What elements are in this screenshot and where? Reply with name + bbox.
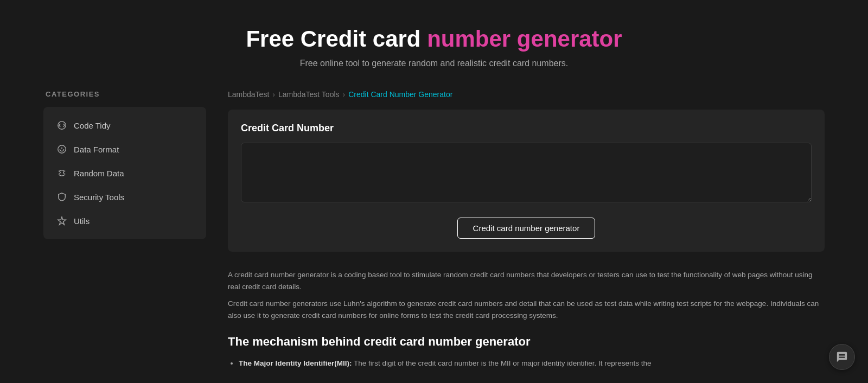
sidebar-item-label-security-tools: Security Tools <box>74 193 124 202</box>
sidebar: CATEGORIES Code Tidy <box>43 90 206 373</box>
sidebar-item-utils[interactable]: Utils <box>48 209 202 233</box>
content-area: LambdaTest › LambdaTest Tools › Credit C… <box>228 90 825 373</box>
data-icon <box>56 144 67 155</box>
breadcrumb-lambdatest[interactable]: LambdaTest <box>228 90 269 99</box>
bullet-item-mii: The Major Identity Identifier(MII): The … <box>239 358 825 369</box>
button-row: Credit card number generator <box>241 218 812 239</box>
breadcrumb: LambdaTest › LambdaTest Tools › Credit C… <box>228 90 825 99</box>
hero-title-highlight: number generator <box>427 26 622 52</box>
credit-card-textarea[interactable] <box>241 143 812 202</box>
breadcrumb-lambdatest-tools[interactable]: LambdaTest Tools <box>278 90 340 99</box>
sidebar-card: Code Tidy Data Format <box>43 107 206 239</box>
main-layout: CATEGORIES Code Tidy <box>0 90 868 373</box>
sidebar-item-code-tidy[interactable]: Code Tidy <box>48 113 202 137</box>
mechanism-section: The mechanism behind credit card number … <box>228 335 825 369</box>
chat-icon <box>836 351 848 363</box>
random-icon <box>56 168 67 178</box>
hero-subtitle: Free online tool to generate random and … <box>11 59 857 68</box>
mechanism-list: The Major Identity Identifier(MII): The … <box>228 358 825 369</box>
tool-card: Credit Card Number Credit card number ge… <box>228 110 825 252</box>
svg-marker-3 <box>58 217 66 225</box>
generate-button[interactable]: Credit card number generator <box>457 218 596 239</box>
sidebar-item-label-code-tidy: Code Tidy <box>74 121 111 130</box>
chat-fab-button[interactable] <box>829 344 855 370</box>
sidebar-item-random-data[interactable]: Random Data <box>48 161 202 185</box>
breadcrumb-sep-1: › <box>272 90 275 99</box>
code-icon <box>56 120 67 131</box>
hero-section: Free Credit card number generator Free o… <box>0 0 868 90</box>
hero-title: Free Credit card number generator <box>11 26 857 52</box>
breadcrumb-current: Credit Card Number Generator <box>348 90 452 99</box>
sidebar-item-label-utils: Utils <box>74 216 90 226</box>
sidebar-item-label-random-data: Random Data <box>74 169 124 178</box>
sidebar-item-data-format[interactable]: Data Format <box>48 137 202 161</box>
description-para-2: Credit card number generators use Luhn's… <box>228 298 825 322</box>
breadcrumb-sep-2: › <box>343 90 346 99</box>
utils-icon <box>56 215 67 226</box>
bullet-mii-text: The first digit of the credit card numbe… <box>352 359 652 367</box>
categories-label: CATEGORIES <box>43 90 206 98</box>
bullet-mii-key: The Major Identity Identifier(MII): <box>239 359 352 367</box>
shield-icon <box>56 192 67 202</box>
sidebar-item-security-tools[interactable]: Security Tools <box>48 185 202 209</box>
description-section: A credit card number generator is a codi… <box>228 269 825 322</box>
hero-title-start: Free Credit card <box>246 26 427 52</box>
mechanism-heading: The mechanism behind credit card number … <box>228 335 825 349</box>
description-para-1: A credit card number generator is a codi… <box>228 269 825 293</box>
tool-card-title: Credit Card Number <box>241 123 812 134</box>
sidebar-item-label-data-format: Data Format <box>74 145 119 154</box>
